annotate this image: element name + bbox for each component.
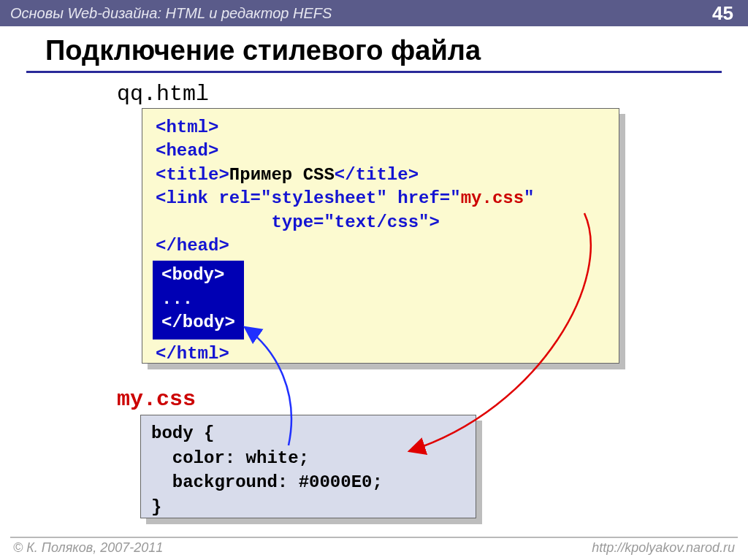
slide: Основы Web-дизайна: HTML и редактор HEFS… — [0, 0, 748, 560]
title-rule — [26, 71, 722, 73]
page-number: 45 — [712, 2, 733, 25]
code-html: <html> <head> <title>Пример CSS</title> … — [142, 108, 619, 364]
code-line: <html> — [156, 118, 218, 137]
code-css: body { color: white; background: #0000E0… — [140, 415, 476, 518]
code-line: " — [524, 188, 534, 208]
code-line: <link rel="stylesheet" href=" — [156, 188, 461, 208]
copyright: © К. Поляков, 2007-2011 — [13, 540, 163, 556]
filename-html: qq.html — [117, 82, 209, 107]
code-line: type="text/css"> — [156, 212, 440, 232]
footer-rule — [10, 537, 738, 538]
code-text: Пример CSS — [229, 165, 335, 185]
code-line: </title> — [335, 165, 419, 185]
code-body-line: <body> — [161, 264, 235, 287]
code-line: </head> — [156, 236, 229, 256]
body-highlight: <body> ... </body> — [153, 261, 244, 339]
code-red: my.css — [461, 188, 524, 208]
code-line: <head> — [156, 141, 218, 161]
code-body-line: </body> — [161, 311, 235, 334]
code-body-line: ... — [161, 288, 235, 311]
header-title: Основы Web-дизайна: HTML и редактор HEFS — [10, 5, 332, 22]
slide-title: Подключение стилевого файла — [45, 35, 481, 66]
footer: © К. Поляков, 2007-2011 http://kpolyakov… — [0, 540, 748, 560]
filename-css: my.css — [117, 387, 196, 412]
code-line: <title> — [156, 165, 229, 185]
code-line: </html> — [156, 344, 229, 364]
footer-url: http://kpolyakov.narod.ru — [592, 540, 735, 556]
header-bar: Основы Web-дизайна: HTML и редактор HEFS… — [0, 0, 748, 26]
